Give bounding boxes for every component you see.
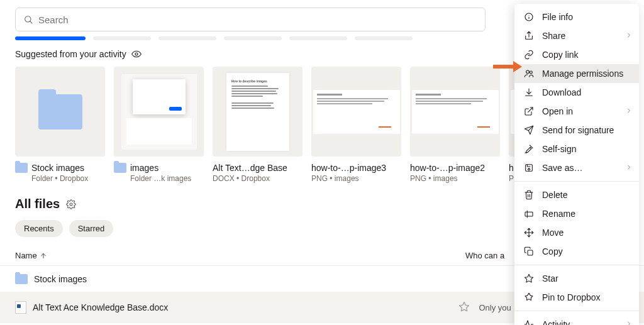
- column-header-name[interactable]: Name: [15, 251, 465, 260]
- svg-point-16: [530, 71, 532, 74]
- menu-item-move[interactable]: Move: [514, 223, 639, 242]
- tab-inactive[interactable]: [93, 36, 151, 40]
- visibility-icon[interactable]: [131, 49, 142, 59]
- menu-item-label: Activity: [542, 319, 570, 325]
- download-icon: [523, 87, 535, 98]
- suggested-card[interactable]: how-to-…p-image2PNG • images: [410, 67, 500, 183]
- saveas-icon: [523, 162, 535, 174]
- filter-chip-starred[interactable]: Starred: [69, 220, 114, 237]
- svg-point-3: [70, 203, 72, 206]
- copy-icon: [523, 246, 535, 257]
- suggested-card[interactable]: How to describe imagesAlt Text…dge BaseD…: [213, 67, 303, 183]
- card-title: how-to-…p-image2: [410, 163, 485, 173]
- suggested-card[interactable]: imagesFolder …k images: [114, 67, 204, 183]
- menu-item-copy-link[interactable]: Copy link: [514, 45, 639, 64]
- suggested-heading: Suggested from your activity: [15, 49, 126, 59]
- menu-item-self-sign[interactable]: Self-sign: [514, 140, 639, 158]
- filter-chip-recents[interactable]: Recents: [15, 220, 63, 237]
- menu-item-label: Move: [542, 228, 564, 238]
- rename-icon: [523, 208, 535, 219]
- gear-icon[interactable]: [66, 199, 76, 209]
- svg-rect-24: [525, 212, 533, 216]
- svg-line-1: [30, 21, 32, 23]
- star-toggle[interactable]: [458, 301, 470, 314]
- card-thumbnail: [114, 67, 204, 157]
- chevron-right-icon: [625, 319, 633, 325]
- card-subtitle: PNG • images: [410, 174, 500, 183]
- chevron-right-icon: [625, 163, 633, 173]
- tab-active[interactable]: [15, 36, 86, 40]
- selfsign-icon: [523, 143, 535, 155]
- card-thumbnail: [410, 67, 500, 157]
- folder-icon: [114, 163, 126, 173]
- menu-item-label: Send for signature: [542, 125, 614, 135]
- menu-item-copy[interactable]: Copy: [514, 242, 639, 261]
- tab-inactive[interactable]: [355, 36, 413, 40]
- svg-point-0: [25, 16, 31, 22]
- search-input[interactable]: [38, 14, 477, 25]
- menu-item-label: File info: [542, 12, 573, 22]
- menu-item-label: Manage permissions: [542, 69, 623, 79]
- menu-item-file-info[interactable]: File info: [514, 8, 639, 26]
- chevron-right-icon: [625, 31, 633, 41]
- chevron-right-icon: [625, 106, 633, 116]
- tab-inactive[interactable]: [224, 36, 282, 40]
- menu-item-label: Pin to Dropbox: [542, 292, 601, 302]
- svg-point-15: [526, 70, 530, 74]
- share-icon: [523, 30, 535, 41]
- menu-item-star[interactable]: Star: [514, 269, 639, 288]
- info-icon: [523, 11, 535, 23]
- card-thumbnail: [15, 67, 105, 157]
- menu-item-label: Star: [542, 273, 558, 284]
- menu-item-rename[interactable]: Rename: [514, 204, 639, 223]
- pin-icon: [523, 292, 535, 303]
- move-icon: [523, 227, 535, 238]
- menu-item-activity[interactable]: Activity: [514, 315, 639, 325]
- tab-inactive[interactable]: [158, 36, 216, 40]
- suggested-card[interactable]: how-to-…p-image3PNG • images: [311, 67, 401, 183]
- menu-item-pin[interactable]: Pin to Dropbox: [514, 288, 639, 307]
- menu-item-label: Rename: [542, 209, 575, 219]
- svg-marker-29: [525, 274, 533, 282]
- docx-icon: [15, 301, 26, 314]
- menu-item-label: Save as…: [542, 163, 583, 173]
- folder-icon: [15, 274, 28, 284]
- suggested-card[interactable]: Stock imagesFolder • Dropbox: [15, 67, 105, 183]
- menu-item-send-signature[interactable]: Send for signature: [514, 121, 639, 140]
- menu-item-manage-permissions[interactable]: Manage permissions: [514, 64, 639, 83]
- menu-item-delete[interactable]: Delete: [514, 185, 639, 204]
- trash-icon: [523, 189, 535, 201]
- card-subtitle: Folder …k images: [130, 174, 204, 183]
- people-icon: [523, 68, 535, 79]
- search-icon: [23, 14, 33, 25]
- menu-item-save-as[interactable]: Save as…: [514, 158, 639, 177]
- svg-marker-6: [460, 302, 469, 311]
- tab-inactive[interactable]: [289, 36, 347, 40]
- folder-icon: [15, 163, 28, 173]
- card-title: Stock images: [31, 163, 84, 173]
- sort-asc-icon: [40, 252, 47, 260]
- menu-item-label: Copy: [542, 246, 563, 256]
- menu-item-label: Download: [542, 87, 581, 97]
- card-subtitle: PNG • images: [311, 174, 401, 183]
- file-name: Alt Text Ace Knowledge Base.docx: [33, 302, 168, 312]
- annotation-arrow: [493, 62, 521, 72]
- file-name: Stock images: [34, 274, 87, 284]
- menu-item-download[interactable]: Download: [514, 83, 639, 102]
- svg-line-19: [528, 107, 533, 112]
- card-subtitle: Folder • Dropbox: [31, 174, 105, 183]
- menu-item-open-in[interactable]: Open in: [514, 102, 639, 121]
- activity-icon: [523, 319, 535, 325]
- card-title: images: [130, 163, 158, 173]
- context-menu: File infoShareCopy linkManage permission…: [514, 4, 639, 325]
- svg-point-2: [135, 53, 138, 55]
- card-subtitle: DOCX • Dropbox: [213, 174, 303, 183]
- card-thumbnail: [311, 67, 401, 157]
- svg-rect-28: [528, 250, 533, 255]
- external-icon: [523, 106, 535, 117]
- menu-item-share[interactable]: Share: [514, 26, 639, 45]
- menu-item-label: Open in: [542, 106, 573, 116]
- search-box[interactable]: [15, 8, 486, 31]
- card-thumbnail: How to describe images: [213, 67, 303, 157]
- menu-item-label: Share: [542, 31, 565, 41]
